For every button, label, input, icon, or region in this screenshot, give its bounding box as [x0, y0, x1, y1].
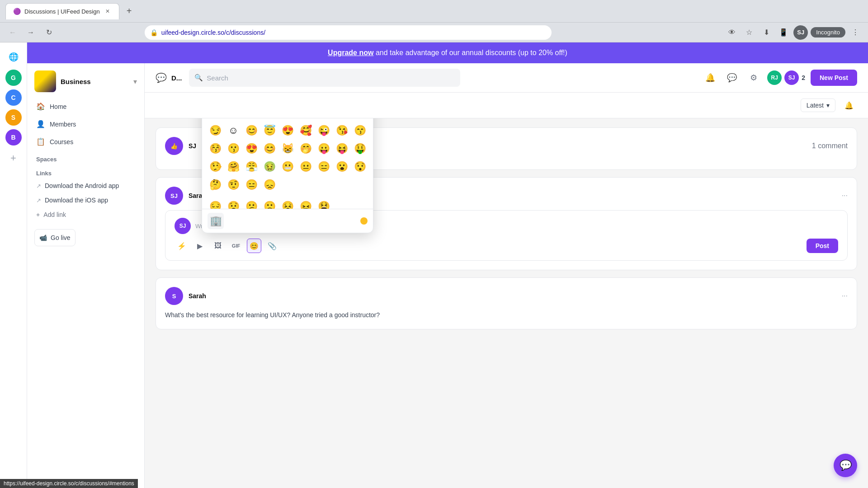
- post-submit-button[interactable]: Post: [807, 239, 838, 253]
- emoji-cell-25[interactable]: 😝: [333, 140, 350, 157]
- emoji-cell-1[interactable]: 😄: [225, 118, 242, 121]
- toolbar-gif-button[interactable]: GIF: [229, 239, 243, 253]
- emoji-cell-18[interactable]: 😚: [207, 140, 224, 157]
- emoji-cell-22[interactable]: 😸: [279, 140, 296, 157]
- emoji-cell-33[interactable]: 😑: [315, 158, 332, 175]
- cast-icon[interactable]: 📱: [776, 25, 791, 40]
- emoji-cell-14[interactable]: 🥰: [297, 122, 314, 139]
- search-bar[interactable]: 🔍 Search: [189, 69, 460, 87]
- sidebar-item-members[interactable]: 👤 Members: [31, 115, 141, 133]
- address-bar[interactable]: 🔒 uifeed-design.circle.so/c/discussions/: [145, 25, 552, 40]
- emoji-cell-3[interactable]: 😃: [261, 118, 278, 121]
- emoji-cell-34[interactable]: 😮: [333, 158, 350, 175]
- emoji-cell-19[interactable]: 😗: [225, 140, 242, 157]
- emoji-cell-8[interactable]: 🙂: [351, 118, 368, 121]
- toolbar-play-button[interactable]: ▶: [193, 239, 207, 253]
- emoji-cell-5[interactable]: 😆: [297, 118, 314, 121]
- emoji-cell-extra-5[interactable]: 😖: [297, 198, 314, 209]
- emoji-cell-26[interactable]: 🤑: [351, 140, 368, 157]
- forward-button[interactable]: →: [24, 25, 38, 40]
- emoji-cell-36[interactable]: 🤔: [207, 176, 224, 193]
- toolbar-emoji-button[interactable]: 😊: [247, 239, 261, 253]
- emoji-cell-extra-3[interactable]: 🙁: [261, 198, 278, 209]
- active-tab[interactable]: 🟣 Discussions | UIFeed Design ✕: [5, 3, 119, 19]
- incognito-button[interactable]: Incognito: [811, 27, 845, 38]
- profile-icon[interactable]: SJ: [793, 25, 808, 40]
- emoji-cell-27[interactable]: 🤥: [207, 158, 224, 175]
- emoji-cell-11[interactable]: 😊: [243, 122, 260, 139]
- nav-circle-s[interactable]: S: [5, 109, 22, 126]
- emoji-cell-21[interactable]: 😊: [261, 140, 278, 157]
- chat-bubble-button[interactable]: 💬: [834, 454, 857, 477]
- sidebar-link-android-label: Download the Android app: [45, 182, 119, 189]
- emoji-cell-15[interactable]: 😜: [315, 122, 332, 139]
- new-tab-button[interactable]: +: [123, 5, 136, 18]
- toolbar-bolt-button[interactable]: ⚡: [175, 239, 189, 253]
- emoji-cell-extra-0[interactable]: 😔: [207, 198, 224, 209]
- new-post-button[interactable]: New Post: [811, 70, 857, 86]
- emoji-cell-24[interactable]: 😛: [315, 140, 332, 157]
- toolbar-attachment-button[interactable]: 📎: [265, 239, 279, 253]
- sidebar-link-ios[interactable]: ↗ Download the iOS app: [27, 193, 144, 207]
- post-card-3: S Sarah ··· What's the best resource for…: [156, 277, 857, 329]
- add-space-button[interactable]: +: [5, 149, 23, 167]
- star-icon[interactable]: ☆: [742, 25, 756, 40]
- emoji-cell-28[interactable]: 🤗: [225, 158, 242, 175]
- reload-button[interactable]: ↻: [42, 25, 56, 40]
- emoji-cell-extra-4[interactable]: 😣: [279, 198, 296, 209]
- bell-filter-button[interactable]: 🔔: [841, 97, 857, 113]
- settings-button[interactable]: ⚙: [745, 70, 762, 86]
- download-icon[interactable]: ⬇: [759, 25, 774, 40]
- emoji-cell-6[interactable]: 🤪: [315, 118, 332, 121]
- emoji-cell-12[interactable]: 😇: [261, 122, 278, 139]
- go-live-button[interactable]: 📹 Go live: [34, 229, 75, 246]
- post-3-more-icon[interactable]: ···: [842, 292, 848, 300]
- sidebar-item-home[interactable]: 🏠 Home: [31, 98, 141, 115]
- emoji-cell-0[interactable]: 😁: [207, 118, 224, 121]
- emoji-picker-popup: 🕐 😊 🐾 🍎 ⚽ ✈️ 💡 🔣 🚩: [202, 118, 373, 233]
- emoji-cell-17[interactable]: 😙: [351, 122, 368, 139]
- nav-circle-g[interactable]: G: [5, 70, 22, 86]
- emoji-cell-4[interactable]: 🤣: [279, 118, 296, 121]
- nav-circle-b[interactable]: B: [5, 129, 22, 145]
- emoji-cell-38[interactable]: 😑: [243, 176, 260, 193]
- emoji-cell-10[interactable]: ☺️: [225, 122, 242, 139]
- nav-circle-c[interactable]: C: [5, 89, 22, 106]
- chat-button[interactable]: 💬: [724, 70, 740, 86]
- emoji-cell-20[interactable]: 😍: [243, 140, 260, 157]
- lens-icon[interactable]: 👁: [725, 25, 739, 40]
- sidebar-chevron-icon[interactable]: ▾: [133, 77, 137, 86]
- emoji-cell-9[interactable]: 😏: [207, 122, 224, 139]
- globe-icon-button[interactable]: 🌐: [5, 48, 23, 66]
- emoji-cell-13[interactable]: 😍: [279, 122, 296, 139]
- emoji-bottom-bar: 🏢: [202, 209, 373, 233]
- emoji-cell-2[interactable]: 😂: [243, 118, 260, 121]
- emoji-cell-39[interactable]: 😞: [261, 176, 278, 193]
- emoji-cell-extra-6[interactable]: 😫: [315, 198, 332, 209]
- sidebar-link-android[interactable]: ↗ Download the Android app: [27, 178, 144, 193]
- tab-close-button[interactable]: ✕: [104, 7, 112, 15]
- emoji-cell-32[interactable]: 😐: [297, 158, 314, 175]
- emoji-cell-16[interactable]: 😘: [333, 122, 350, 139]
- avatar-sj[interactable]: SJ: [784, 70, 799, 85]
- back-button[interactable]: ←: [5, 25, 20, 40]
- menu-button[interactable]: ⋮: [848, 25, 863, 40]
- emoji-cell-31[interactable]: 😬: [279, 158, 296, 175]
- emoji-cell-30[interactable]: 🤢: [261, 158, 278, 175]
- top-bar: 💬 D... 🔍 Search 🔔 💬 ⚙ RJ: [145, 63, 868, 93]
- emoji-cell-37[interactable]: 🤨: [225, 176, 242, 193]
- notification-bell-button[interactable]: 🔔: [702, 70, 718, 86]
- emoji-cell-23[interactable]: 🤭: [297, 140, 314, 157]
- emoji-cell-extra-1[interactable]: 😟: [225, 198, 242, 209]
- emoji-cell-extra-2[interactable]: 😕: [243, 198, 260, 209]
- toolbar-image-button[interactable]: 🖼: [211, 239, 225, 253]
- avatar-rj[interactable]: RJ: [767, 70, 782, 85]
- emoji-cell-35[interactable]: 😯: [351, 158, 368, 175]
- sidebar-item-courses[interactable]: 📋 Courses: [31, 133, 141, 150]
- latest-filter-dropdown[interactable]: Latest ▾: [801, 99, 835, 112]
- emoji-cell-7[interactable]: 😹: [333, 118, 350, 121]
- add-link-button[interactable]: + Add link: [27, 207, 144, 222]
- post-2-more-icon[interactable]: ···: [842, 192, 848, 200]
- emoji-cell-29[interactable]: 😤: [243, 158, 260, 175]
- upgrade-link[interactable]: Upgrade now: [328, 49, 373, 56]
